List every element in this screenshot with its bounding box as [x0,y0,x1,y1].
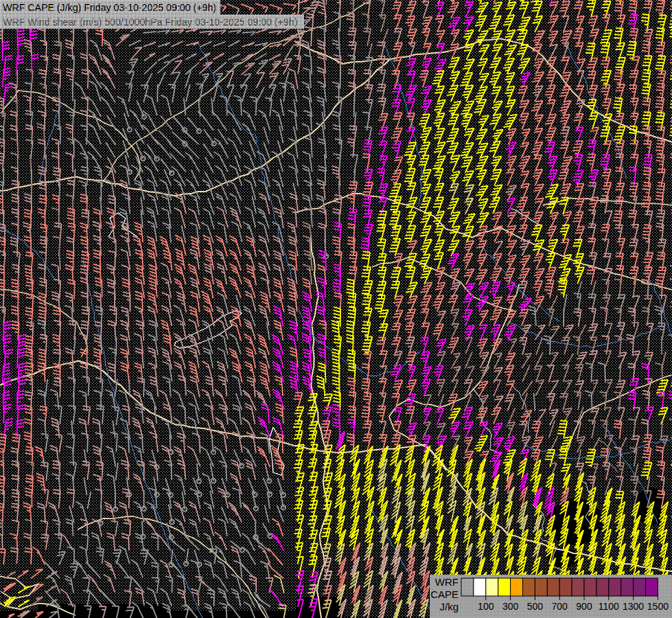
svg-text:500: 500 [527,601,544,612]
svg-text:1100: 1100 [599,601,619,612]
svg-text:WRF CAPE (J/kg) Friday 03-10-2: WRF CAPE (J/kg) Friday 03-10-2025 09:00 … [3,2,216,13]
svg-text:900: 900 [576,601,592,612]
svg-text:700: 700 [552,601,568,612]
svg-text:1500: 1500 [647,601,669,612]
svg-text:1300: 1300 [623,601,644,612]
svg-text:WRF: WRF [435,576,459,588]
svg-text:CAPE: CAPE [430,588,459,600]
svg-text:300: 300 [502,601,519,612]
svg-text:WRF Wind shear (m/s) 500/1000h: WRF Wind shear (m/s) 500/1000hPa Friday … [3,16,297,27]
svg-text:100: 100 [478,601,494,612]
svg-text:J/kg: J/kg [439,601,459,613]
